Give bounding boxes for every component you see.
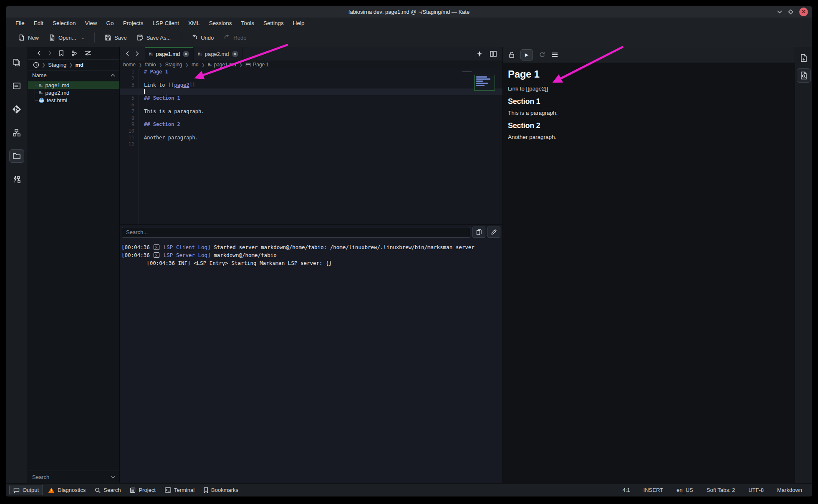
code-line-3[interactable]: Link to [[page2]] (120, 82, 502, 89)
log-message: Started server markdown@/home/fabio: /ho… (214, 243, 475, 251)
forward-icon[interactable] (48, 50, 52, 56)
close-icon[interactable]: ✕ (799, 8, 808, 16)
name-column-header[interactable]: Name (32, 72, 47, 78)
clear-output-button[interactable] (487, 227, 500, 238)
code-editor[interactable]: 123456789101112 # Page 1Link to [[page2]… (120, 69, 502, 224)
breadcrumb-md[interactable]: md (192, 62, 199, 68)
toolview-label: Search (104, 487, 121, 493)
status-encoding[interactable]: UTF-8 (742, 487, 770, 493)
code-line-6[interactable] (120, 102, 502, 108)
git-icon[interactable] (9, 103, 24, 116)
save-as-button[interactable]: Save As... (133, 32, 175, 43)
menu-xml[interactable]: XML (184, 19, 204, 28)
back-icon[interactable] (37, 50, 41, 56)
toolview-button-bookmarks[interactable]: Bookmarks (199, 485, 242, 495)
history-clock-icon[interactable] (33, 62, 39, 68)
tab-close-icon[interactable]: ✕ (232, 51, 238, 57)
menu-selection[interactable]: Selection (48, 19, 81, 28)
code-line-10[interactable] (120, 128, 502, 135)
menu-tools[interactable]: Tools (237, 19, 259, 28)
file-row-page2-md[interactable]: M↓page2.md (28, 89, 119, 96)
breadcrumb-staging[interactable]: Staging (165, 62, 182, 68)
breadcrumb-md[interactable]: md (76, 62, 84, 68)
quick-open-icon[interactable] (477, 51, 482, 57)
code-line-1[interactable]: # Page 1 (120, 69, 502, 76)
breadcrumb-separator: ❯ (202, 63, 205, 67)
file-list-header[interactable]: Name (28, 70, 119, 80)
minimap[interactable] (474, 75, 495, 91)
filter-options-icon[interactable] (85, 50, 91, 56)
new-button[interactable]: New (14, 32, 43, 43)
lock-icon[interactable] (509, 51, 515, 58)
lsp-symbols-icon[interactable] (9, 173, 24, 186)
maximize-icon[interactable] (788, 9, 793, 15)
file-row-page1-md[interactable]: M↓page1.md (28, 81, 119, 89)
toolview-button-terminal[interactable]: Terminal (161, 485, 199, 495)
menu-edit[interactable]: Edit (29, 19, 48, 28)
open-dropdown-icon[interactable]: ⌄ (81, 35, 84, 40)
project-tree-icon[interactable] (9, 126, 24, 139)
copy-output-button[interactable] (472, 227, 485, 238)
code-line-12[interactable] (120, 141, 502, 148)
undo-button[interactable]: Undo (187, 32, 218, 43)
status-locale[interactable]: en_US (670, 487, 700, 493)
code-line-2[interactable] (120, 76, 502, 82)
log-timestamp: [00:04:36 INF] <LSP Entry> Starting Mark… (121, 259, 332, 267)
minimize-icon[interactable] (777, 10, 782, 13)
tab-page2-md[interactable]: M↓page2.md✕ (194, 47, 242, 60)
documents-icon[interactable] (9, 56, 24, 69)
toolview-button-output[interactable]: Output (9, 485, 43, 495)
menu-go[interactable]: Go (102, 19, 119, 28)
code-line-9[interactable]: ## Section 2 (120, 121, 502, 128)
file-row-test-html[interactable]: test.html (28, 96, 119, 104)
breadcrumb-staging[interactable]: Staging (48, 62, 66, 68)
tab-page1-md[interactable]: M↓page1.md✕ (145, 47, 194, 60)
status-insert-mode[interactable]: INSERT (637, 487, 670, 493)
new-document-tool-icon[interactable] (797, 51, 811, 65)
menu-projects[interactable]: Projects (119, 19, 148, 28)
breadcrumb-home[interactable]: home (123, 62, 136, 68)
play-preview-button[interactable]: ▶ (520, 49, 533, 60)
breadcrumb-page-1[interactable]: Page 1 (245, 62, 269, 68)
minimap-line (476, 78, 490, 80)
open-button[interactable]: Open... ⌄ (45, 32, 88, 43)
toolview-button-diagnostics[interactable]: Diagnostics (44, 485, 90, 495)
filesystem-search-toggle[interactable]: Search (28, 471, 119, 483)
tabs-forward-icon[interactable] (135, 51, 139, 56)
code-line-5[interactable]: ## Section 1 (120, 95, 502, 102)
tabs-back-icon[interactable] (126, 51, 129, 56)
sync-folder-icon[interactable] (71, 50, 78, 56)
code-line-11[interactable]: Another paragraph. (120, 135, 502, 141)
menu-settings[interactable]: Settings (259, 19, 288, 28)
preview-tool-icon[interactable] (797, 68, 811, 83)
status-cursor-position[interactable]: 4:1 (616, 487, 637, 493)
tab-close-icon[interactable]: ✕ (183, 51, 189, 57)
menu-view[interactable]: View (81, 19, 102, 28)
code-text: ]] (189, 82, 195, 88)
save-button[interactable]: Save (101, 32, 131, 43)
status-tab-settings[interactable]: Soft Tabs: 2 (700, 487, 742, 493)
log-message: markdown@/home/fabio (214, 251, 277, 259)
refresh-icon[interactable] (539, 51, 545, 58)
outline-icon[interactable] (9, 79, 24, 93)
code-line-8[interactable] (120, 115, 502, 122)
status-file-type[interactable]: Markdown (770, 487, 809, 493)
breadcrumb-fabio[interactable]: fabio (145, 62, 156, 68)
menu-help[interactable]: Help (288, 19, 309, 28)
filesystem-icon[interactable] (9, 149, 24, 163)
menu-lsp-client[interactable]: LSP Client (148, 19, 184, 28)
breadcrumb-page1-md[interactable]: M↓page1.md (208, 62, 236, 68)
code-line-7[interactable]: This is a paragraph. (120, 108, 502, 115)
menu-sessions[interactable]: Sessions (204, 19, 237, 28)
redo-button[interactable]: Redo (220, 32, 250, 43)
preview-menu-icon[interactable] (551, 52, 558, 57)
code-line-4[interactable] (120, 88, 502, 95)
wiki-link[interactable]: page2 (174, 82, 189, 88)
bookmark-icon[interactable] (59, 50, 64, 56)
toolview-button-search[interactable]: Search (91, 485, 125, 495)
split-view-icon[interactable] (490, 51, 497, 57)
toolview-label: Bookmarks (211, 487, 238, 493)
menu-file[interactable]: File (11, 19, 29, 28)
output-search-input[interactable] (122, 227, 470, 238)
toolview-button-project[interactable]: Project (126, 485, 159, 495)
